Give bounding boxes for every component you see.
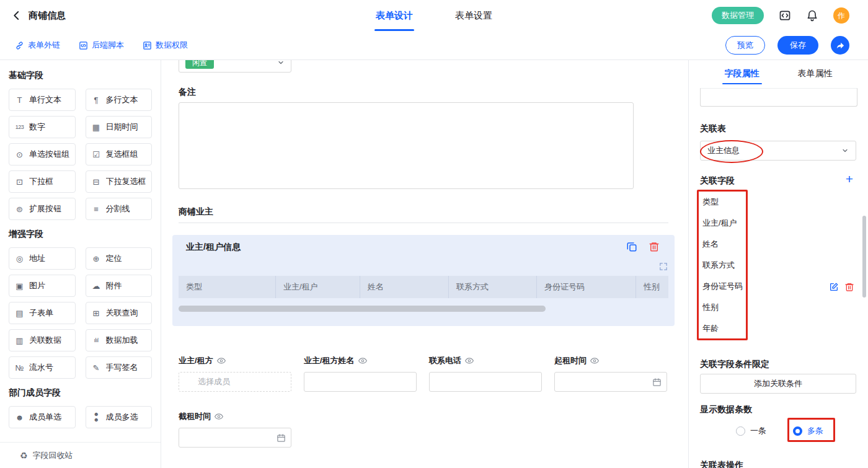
remark-textarea[interactable] — [179, 102, 634, 189]
preview-button[interactable]: 预览 — [725, 36, 765, 55]
delete-field-icon[interactable] — [844, 282, 854, 292]
subform-block-selected[interactable]: 业主/租户信息 类型业主/租户姓名联系方式身份证号码性别 — [172, 235, 675, 326]
field-type-button[interactable]: ▥ 关联数据 — [9, 329, 76, 351]
owner-name-input[interactable] — [304, 372, 417, 392]
share-button[interactable] — [831, 36, 849, 55]
phone-input[interactable] — [429, 372, 542, 392]
page-scrollbar-thumb[interactable] — [862, 216, 866, 298]
visibility-icon[interactable] — [215, 412, 223, 421]
field-type-icon: ⊙ — [14, 151, 25, 159]
field-type-button[interactable]: ılıl 数据加载 — [86, 329, 153, 351]
field-type-button[interactable]: ≡ 分割线 — [86, 198, 153, 220]
field-type-button[interactable]: ☻ 成员单选 — [9, 406, 76, 428]
field-type-button[interactable]: ⊞ 关联查询 — [86, 302, 153, 324]
share-icon — [836, 41, 845, 50]
field-type-button[interactable]: № 流水号 — [9, 356, 76, 379]
status-select[interactable]: 闲置 — [179, 60, 291, 73]
save-button[interactable]: 保存 — [777, 36, 818, 55]
backend-script-action[interactable]: 后端脚本 — [79, 40, 124, 51]
visibility-icon[interactable] — [465, 356, 474, 365]
subform-column-header: 姓名 — [360, 276, 449, 298]
notification-bell-icon[interactable] — [806, 9, 818, 22]
assistant-icon[interactable] — [779, 9, 791, 22]
subform-column-header: 业主/租户 — [276, 276, 360, 298]
field-type-label: 数字 — [29, 121, 45, 133]
radio-one-record[interactable]: 一条 — [736, 425, 766, 436]
basic-fields-grid: T 单行文本 ¶ 多行文本 123 数字 ▦ 日期时间 ⊙ 单选按钮组 ☑ 复选… — [9, 89, 152, 220]
related-field-item[interactable]: 联系方式 — [700, 255, 812, 276]
field-type-label: 手写签名 — [106, 362, 138, 373]
back-icon[interactable] — [11, 10, 22, 21]
edit-icon[interactable] — [829, 282, 839, 292]
field-type-icon: ▦ — [91, 123, 102, 131]
field-type-button[interactable]: ✎ 手写签名 — [86, 356, 153, 379]
data-manage-button[interactable]: 数据管理 — [712, 7, 764, 24]
field-type-button[interactable]: 123 数字 — [9, 116, 76, 138]
subform-scrollbar-thumb[interactable] — [179, 306, 546, 312]
truncated-input[interactable] — [700, 88, 857, 107]
related-field-item[interactable]: 身份证号码 — [700, 276, 812, 297]
field-type-label: 日期时间 — [106, 121, 138, 133]
related-field-item[interactable]: 性别 — [700, 297, 812, 318]
field-type-button[interactable]: ▦ 日期时间 — [86, 116, 153, 138]
field-type-label: 下拉框 — [29, 176, 53, 187]
field-type-button[interactable]: ▤ 子表单 — [9, 302, 76, 324]
chevron-down-icon — [277, 60, 285, 66]
field-type-button[interactable]: ⊕ 定位 — [86, 247, 153, 270]
field-type-icon: ▤ — [14, 309, 25, 317]
related-field-item[interactable]: 姓名 — [700, 234, 812, 255]
field-type-label: 关联数据 — [29, 335, 61, 346]
field-type-button[interactable]: ⊡ 下拉框 — [9, 170, 76, 193]
tab-field-properties[interactable]: 字段属性 — [725, 60, 760, 87]
field-type-button[interactable]: ◎ 地址 — [9, 247, 76, 270]
field-type-button[interactable]: ⊙ 单选按钮组 — [9, 143, 76, 166]
data-permission-action[interactable]: 数据权限 — [143, 40, 188, 51]
radio-multiple-records[interactable]: 多条 — [793, 425, 823, 436]
field-library-sidebar: 基础字段 T 单行文本 ¶ 多行文本 123 数字 ▦ 日期时间 ⊙ 单选按钮组… — [0, 60, 161, 468]
related-field-item[interactable]: 年龄 — [700, 318, 812, 339]
field-type-icon: ▣ — [14, 282, 25, 290]
visibility-icon[interactable] — [217, 356, 226, 365]
external-link-action[interactable]: 表单外链 — [15, 40, 60, 51]
visibility-icon[interactable] — [358, 356, 367, 365]
add-condition-button[interactable]: 添加关联条件 — [700, 374, 856, 394]
field-type-label: 流水号 — [29, 362, 53, 373]
field-type-button[interactable]: ☑ 复选框组 — [86, 143, 153, 166]
properties-panel: 字段属性 表单属性 关联表 业主信息 关联字段 + 类型业主/租户姓名联系方式身… — [688, 60, 868, 468]
app-header: 商铺信息 表单设计 表单设置 数据管理 作 — [0, 0, 868, 31]
field-type-button[interactable]: ¶ 多行文本 — [86, 89, 153, 111]
related-field-item[interactable]: 类型 — [700, 192, 812, 213]
related-table-select[interactable]: 业主信息 — [700, 141, 856, 161]
related-field-item[interactable]: 业主/租户 — [700, 213, 812, 234]
field-type-button[interactable]: ⊜ 扩展按钮 — [9, 198, 76, 220]
form-canvas: 闲置 备注 商铺业主 业主/租户信息 类型业主/租户姓名联系方式身份证号码性别 … — [161, 60, 688, 468]
group-title-basic-fields: 基础字段 — [9, 70, 152, 81]
field-type-button[interactable]: ☁ 附件 — [86, 275, 153, 297]
visibility-icon[interactable] — [590, 356, 599, 365]
group-title-enhanced-fields: 增强字段 — [9, 229, 152, 240]
field-type-icon: ⊟ — [91, 178, 102, 186]
subform-column-headers: 类型业主/租户姓名联系方式身份证号码性别 — [179, 276, 668, 298]
subform-column-header: 性别 — [636, 276, 668, 298]
tab-form-design[interactable]: 表单设计 — [374, 0, 414, 31]
related-field-row-actions — [829, 282, 854, 292]
tab-form-properties[interactable]: 表单属性 — [798, 60, 833, 87]
display-count-label: 显示数据条数 — [700, 404, 752, 415]
member-picker-input[interactable]: 选择成员 — [179, 372, 291, 392]
tab-form-settings[interactable]: 表单设置 — [454, 0, 494, 31]
duplicate-icon[interactable] — [626, 241, 637, 252]
expand-icon[interactable] — [659, 262, 668, 271]
field-type-button[interactable]: ⊟ 下拉复选框 — [86, 170, 153, 193]
user-avatar[interactable]: 作 — [833, 7, 849, 24]
field-type-button[interactable]: T 单行文本 — [9, 89, 76, 111]
field-type-button[interactable]: ☻☻ 成员多选 — [86, 406, 153, 428]
start-date-input[interactable] — [554, 372, 667, 392]
field-recycle-bin[interactable]: ♻ 字段回收站 — [0, 442, 161, 468]
field-type-label: 图片 — [29, 280, 45, 291]
delete-icon[interactable] — [649, 241, 660, 252]
field-type-label: 子表单 — [29, 307, 53, 319]
field-type-label: 复选框组 — [106, 149, 138, 160]
add-related-field-icon[interactable]: + — [846, 172, 853, 185]
end-date-input[interactable] — [179, 428, 291, 448]
field-type-button[interactable]: ▣ 图片 — [9, 275, 76, 297]
